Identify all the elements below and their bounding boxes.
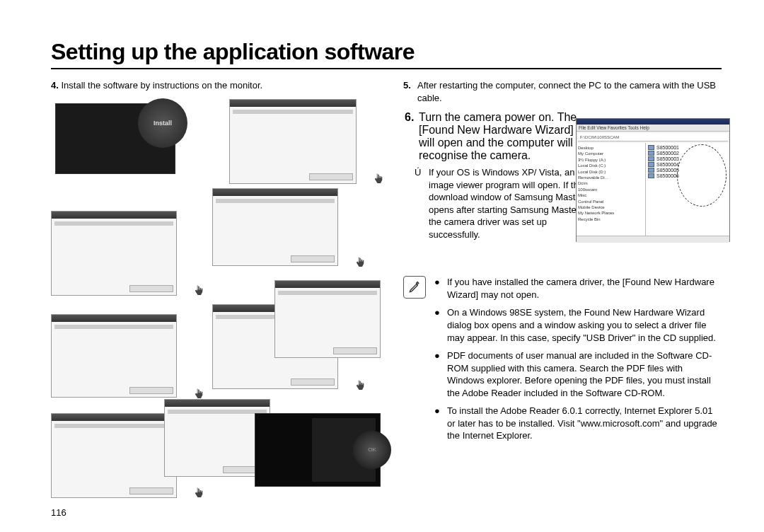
bullet-icon: ● xyxy=(434,349,441,399)
pointer-icon xyxy=(372,173,385,185)
wizard-dialog-1 xyxy=(229,99,357,184)
left-column: 4. Install the software by instructions … xyxy=(51,79,383,495)
note-block: ● If you have installed the camera drive… xyxy=(403,276,722,448)
explorer-panes: Desktop My Computer 3½ Floppy (A:) Local… xyxy=(577,143,729,236)
page-title: Setting up the application software xyxy=(51,39,722,69)
final-installer-screen: OK xyxy=(255,413,381,487)
wizard-dialog-6 xyxy=(51,413,177,498)
explorer-titlebar xyxy=(577,119,729,125)
bullet-icon: ● xyxy=(434,276,441,301)
wizard-dialog-2 xyxy=(51,211,177,296)
file-icon xyxy=(648,173,654,178)
page-number: 116 xyxy=(51,507,66,518)
note-text: On a Windows 98SE system, the Found New … xyxy=(447,306,722,344)
note-list: ● If you have installed the camera drive… xyxy=(434,276,722,448)
tree-item: Removable Di... xyxy=(578,175,644,180)
file-name: S8500003 xyxy=(656,156,679,161)
tree-item: My Network Places xyxy=(578,210,644,216)
note-item: ● PDF documents of user manual are inclu… xyxy=(434,349,722,399)
file-icon xyxy=(648,156,654,161)
file-name: S8500001 xyxy=(656,145,679,150)
wizard-dialog-4 xyxy=(51,314,177,398)
tree-item: 3½ Floppy (A:) xyxy=(578,157,644,163)
tree-item: Local Disk (D:) xyxy=(578,169,644,175)
explorer-statusbar xyxy=(577,236,729,243)
bullet-icon: ● xyxy=(434,306,441,344)
asterisk-note: Ú If your OS is Windows XP/ Vista, an im… xyxy=(415,166,589,241)
pointer-icon xyxy=(354,256,366,269)
explorer-address: F:\DCIM\100SSCAM xyxy=(578,133,728,141)
step-text: After restarting the computer, connect t… xyxy=(417,79,722,104)
pointer-icon xyxy=(354,379,366,392)
install-screenshots: Install xyxy=(51,99,383,495)
windows-explorer-window: File Edit View Favorites Tools Help F:\D… xyxy=(576,118,730,242)
pencil-note-icon xyxy=(403,276,426,299)
tree-item: Mobile Device xyxy=(578,204,644,210)
manual-page: Setting up the application software 4. I… xyxy=(0,0,764,509)
step-number: 4. xyxy=(51,80,59,91)
note-item: ● To install the Adobe Reader 6.0.1 corr… xyxy=(434,405,722,442)
tree-item: Control Panel xyxy=(578,199,644,204)
file-icon xyxy=(648,145,654,150)
tree-item: My Computer xyxy=(578,151,644,156)
explorer-tree: Desktop My Computer 3½ Floppy (A:) Local… xyxy=(577,143,646,236)
note-text: To install the Adobe Reader 6.0.1 correc… xyxy=(447,405,722,442)
step-number: 6. xyxy=(405,111,415,162)
installer-splash: Install xyxy=(55,103,175,174)
pointer-icon xyxy=(192,487,205,499)
step-6: 6. Turn the camera power on. The [Found … xyxy=(405,111,589,162)
tree-item: Recycle Bin xyxy=(578,216,644,222)
file-name: S8500006 xyxy=(656,173,679,178)
step-text: Turn the camera power on. The [Found New… xyxy=(419,111,589,162)
tree-item: Misc xyxy=(578,192,644,198)
step-5: 5. After restarting the computer, connec… xyxy=(403,79,722,104)
explorer-menu: File Edit View Favorites Tools Help xyxy=(577,125,729,132)
note-text: PDF documents of user manual are include… xyxy=(447,349,722,399)
note-item: ● If you have installed the camera drive… xyxy=(434,276,722,301)
wizard-dialog-5b xyxy=(274,280,381,358)
step-text: Install the software by instructions on … xyxy=(61,80,262,91)
wizard-dialog-3 xyxy=(212,188,338,266)
note-text: If you have installed the camera driver,… xyxy=(447,276,722,301)
install-button-highlight: Install xyxy=(138,98,187,148)
pointer-icon xyxy=(192,284,205,297)
ok-highlight: OK xyxy=(353,431,391,469)
step-4: 4. Install the software by instructions … xyxy=(51,79,383,92)
file-icon xyxy=(648,162,654,167)
tree-item: Dcim xyxy=(578,180,644,186)
note-item: ● On a Windows 98SE system, the Found Ne… xyxy=(434,306,722,344)
bullet-icon: ● xyxy=(434,405,441,442)
tree-item: 100sscam xyxy=(578,187,644,192)
tree-item: Desktop xyxy=(578,145,644,151)
install-label: Install xyxy=(154,120,172,127)
tree-item: Local Disk (C:) xyxy=(578,163,644,168)
asterisk-text: If your OS is Windows XP/ Vista, an imag… xyxy=(429,166,589,241)
file-name: S8500002 xyxy=(656,151,679,156)
file-name: S8500004 xyxy=(656,162,679,167)
file-icon xyxy=(648,168,654,173)
explorer-file-pane: S8500001 S8500002 S8500003 S8500004 S850… xyxy=(646,143,729,236)
file-icon xyxy=(648,151,654,156)
asterisk-symbol: Ú xyxy=(415,166,424,241)
file-name: S8500005 xyxy=(656,168,679,173)
step-number: 5. xyxy=(403,79,413,104)
highlight-circle xyxy=(677,144,727,207)
